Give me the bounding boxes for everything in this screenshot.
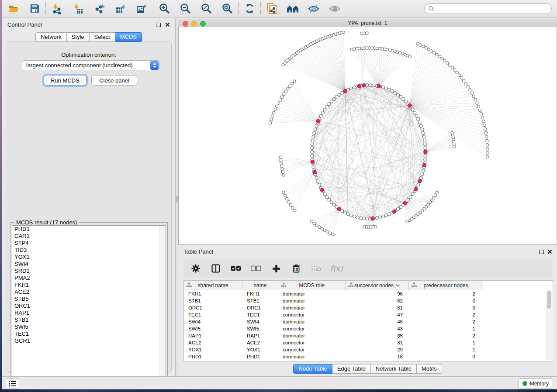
mcds-result-item[interactable]: CAR1 [12, 233, 166, 240]
leaf-node[interactable] [281, 171, 284, 174]
leaf-node[interactable] [443, 59, 446, 62]
leaf-node[interactable] [291, 82, 294, 85]
mcds-hub-node[interactable] [377, 84, 381, 88]
ring-node[interactable] [349, 214, 353, 217]
leaf-node[interactable] [469, 88, 472, 91]
mcds-hub-node[interactable] [422, 163, 426, 167]
network-view[interactable] [178, 27, 557, 245]
leaf-node[interactable] [282, 174, 285, 177]
leaf-node[interactable] [438, 55, 441, 58]
mcds-result-item[interactable]: YOX1 [12, 254, 166, 261]
ring-node[interactable] [359, 217, 362, 220]
tab-node-table[interactable]: Node Table [293, 364, 332, 374]
mcds-result-item[interactable]: TID3 [12, 247, 166, 254]
run-mcds-button[interactable]: Run MCDS [44, 75, 86, 86]
table-row[interactable]: ACE2ACE2connector311 [184, 339, 553, 346]
ring-node[interactable] [399, 206, 402, 209]
leaf-node[interactable] [271, 115, 274, 118]
ring-node[interactable] [353, 215, 356, 218]
mcds-result-item[interactable]: PHD1 [12, 226, 166, 233]
ring-node[interactable] [314, 128, 317, 131]
mcds-result-item[interactable]: ACE2 [12, 289, 166, 296]
ring-node[interactable] [332, 203, 336, 206]
ring-node[interactable] [417, 117, 420, 120]
ring-node[interactable] [366, 217, 369, 220]
mcds-hub-node[interactable] [371, 217, 375, 220]
leaf-node[interactable] [478, 109, 481, 112]
ring-node[interactable] [349, 87, 353, 90]
leaf-node[interactable] [275, 105, 278, 108]
mcds-hub-node[interactable] [357, 84, 361, 88]
leaf-node[interactable] [281, 168, 284, 171]
leaf-node[interactable] [284, 194, 287, 197]
float-table-panel-icon[interactable] [539, 250, 544, 254]
ring-node[interactable] [372, 84, 375, 87]
column-header-predecessor-nodes[interactable]: predecessor nodes [409, 281, 483, 290]
ring-node[interactable] [418, 121, 421, 124]
deselect-all-button[interactable] [251, 263, 261, 274]
table-row[interactable]: SWI4SWI4dominator462 [184, 318, 553, 325]
ring-node[interactable] [353, 86, 356, 89]
leaf-node[interactable] [315, 224, 318, 227]
split-panel-button[interactable] [211, 263, 221, 274]
delete-column-button[interactable] [291, 263, 301, 274]
leaf-node[interactable] [277, 102, 280, 105]
leaf-node[interactable] [363, 32, 366, 35]
leaf-node[interactable] [282, 191, 285, 194]
mcds-result-item[interactable]: RAP1 [12, 309, 166, 316]
leaf-node[interactable] [326, 230, 329, 234]
leaf-node[interactable] [482, 120, 485, 123]
leaf-node[interactable] [273, 111, 276, 114]
ring-node[interactable] [311, 139, 314, 142]
table-row[interactable]: TEC1TEC1connector472 [184, 311, 553, 318]
ring-node[interactable] [338, 93, 341, 96]
export-network-button[interactable] [94, 3, 106, 15]
column-header-successor-nodes[interactable]: successor nodes [346, 281, 409, 290]
import-network-button[interactable] [51, 3, 63, 15]
ring-node[interactable] [323, 108, 326, 111]
leaf-node[interactable] [422, 45, 425, 48]
leaf-node[interactable] [416, 42, 419, 45]
table-row[interactable]: STB1STB1dominator620 [184, 297, 553, 304]
leaf-node[interactable] [460, 76, 463, 79]
leaf-node[interactable] [467, 85, 470, 88]
mcds-hub-node[interactable] [343, 89, 347, 93]
mcds-result-item[interactable]: FKH1 [12, 282, 166, 289]
leaf-node[interactable] [476, 102, 479, 105]
leaf-node[interactable] [287, 200, 291, 203]
mcds-hub-node[interactable] [362, 83, 366, 87]
tab-style[interactable]: Style [67, 32, 90, 42]
first-neighbors-button[interactable] [287, 3, 299, 15]
mcds-hub-node[interactable] [320, 188, 324, 192]
mcds-result-item[interactable]: ORC1 [12, 303, 166, 309]
leaf-node[interactable] [342, 31, 345, 34]
leaf-node[interactable] [280, 165, 283, 168]
table-row[interactable]: YOX1YOX1connector291 [184, 346, 553, 353]
leaf-node[interactable] [274, 108, 277, 111]
mcds-result-item[interactable]: TEC1 [12, 330, 166, 337]
export-table-button[interactable] [115, 3, 127, 15]
leaf-node[interactable] [289, 203, 292, 206]
leaf-node[interactable] [485, 135, 488, 138]
ring-node[interactable] [321, 111, 324, 114]
mcds-result-item[interactable]: SWI5 [12, 323, 166, 330]
ring-node[interactable] [330, 201, 333, 204]
leaf-node[interactable] [436, 191, 439, 194]
ring-node[interactable] [413, 111, 416, 114]
ring-node[interactable] [411, 193, 414, 196]
ring-node[interactable] [332, 97, 336, 100]
leaf-node[interactable] [363, 225, 366, 228]
ring-node[interactable] [378, 216, 381, 219]
leaf-node[interactable] [425, 46, 428, 49]
ring-node[interactable] [423, 139, 426, 142]
ring-node[interactable] [311, 147, 314, 150]
ring-node[interactable] [325, 105, 329, 108]
ring-node[interactable] [316, 180, 319, 183]
leaf-node[interactable] [486, 151, 489, 155]
mcds-hub-node[interactable] [311, 160, 315, 164]
table-scrollbar[interactable] [547, 290, 552, 360]
ring-node[interactable] [422, 135, 426, 138]
tab-network[interactable]: Network [35, 32, 67, 42]
leaf-node[interactable] [270, 118, 273, 121]
leaf-node[interactable] [310, 220, 313, 223]
